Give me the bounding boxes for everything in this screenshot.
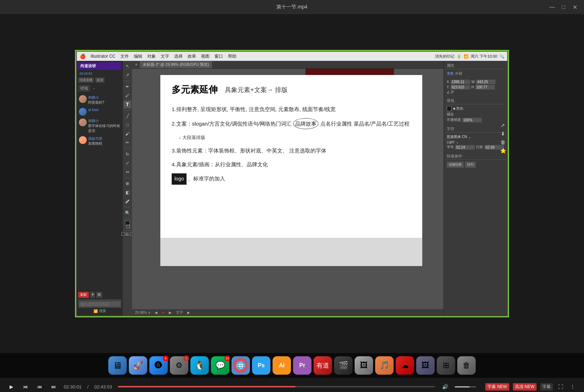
gradient-tool-icon[interactable]: ◧: [124, 189, 131, 196]
chat-input[interactable]: [79, 301, 120, 307]
file-menu[interactable]: 文件: [120, 53, 129, 59]
fullscreen-btn[interactable]: ⛶: [556, 382, 565, 391]
dock-preview[interactable]: 🖼: [416, 356, 435, 375]
dock-music[interactable]: 🎵: [375, 356, 394, 375]
pencil-tool-icon[interactable]: ✏: [124, 139, 131, 146]
gradient-mode-icon[interactable]: [126, 232, 129, 236]
progress-bar[interactable]: [118, 386, 435, 387]
zoom-level: 29.98% ∨: [135, 311, 150, 315]
dock-appstore[interactable]: 8 🅐: [149, 356, 168, 375]
help-menu[interactable]: 帮助: [228, 53, 236, 59]
normal-mode-icon[interactable]: [121, 232, 125, 236]
prev-button[interactable]: ⏮: [21, 382, 30, 391]
opacity-input[interactable]: [462, 118, 482, 122]
effect-menu[interactable]: 效果: [188, 53, 196, 59]
dock-finalcut[interactable]: 🎬: [334, 356, 353, 375]
width-tool-icon[interactable]: ⇔: [124, 168, 131, 176]
dock-youdao[interactable]: 有道: [314, 356, 332, 375]
dock-qq[interactable]: 🐧: [190, 356, 209, 375]
toolbar-divider-4: [124, 178, 131, 178]
paintbrush-tool-icon[interactable]: 🖌: [124, 130, 131, 138]
caption-btn[interactable]: 字幕: [540, 383, 553, 391]
w-input[interactable]: [476, 80, 496, 84]
dock-trash[interactable]: 🗑: [457, 356, 476, 375]
resolution-btn[interactable]: 高清 NEW: [513, 383, 537, 391]
text-menu[interactable]: 文字: [161, 53, 169, 59]
h-input[interactable]: [475, 85, 495, 90]
more-btn[interactable]: ⋮: [568, 382, 577, 391]
active-tab[interactable]: 未标题-2* @ 29.99% (RGB/GPU 预览): [140, 61, 212, 68]
font-size-input[interactable]: [455, 145, 475, 150]
y-input[interactable]: [451, 85, 470, 90]
transform-tab[interactable]: 变换: [447, 71, 454, 76]
type-tool-icon[interactable]: T: [124, 100, 131, 108]
share-icon[interactable]: ⇗: [501, 122, 505, 128]
subtitle-btn[interactable]: 字幕 NEW: [485, 383, 509, 391]
font-style-expand[interactable]: ⌄: [456, 140, 459, 144]
pen-tool-icon[interactable]: ✒: [124, 83, 131, 91]
minimize-button[interactable]: —: [549, 4, 556, 10]
dock-illustrator[interactable]: Ai: [273, 356, 291, 375]
canvas-area[interactable]: ✕ 未标题-2* @ 29.99% (RGB/GPU 预览) 一一烫 多元素延伸…: [132, 61, 443, 316]
h-label: H: [471, 85, 474, 89]
nav-next[interactable]: ▶: [169, 311, 172, 315]
dock-settings[interactable]: ! ⚙: [170, 356, 188, 375]
font-expand-icon[interactable]: ⌄: [468, 135, 471, 139]
download-icon[interactable]: ⬇: [501, 131, 505, 137]
edit-menu[interactable]: 编辑: [134, 53, 142, 59]
dock-wechat[interactable]: 33 💬: [211, 356, 229, 375]
chat-icon-1[interactable]: ■: [90, 292, 95, 298]
end-broadcast-btn[interactable]: 结束直播: [78, 77, 94, 83]
window-menu[interactable]: 窗口: [214, 53, 223, 59]
close-button[interactable]: ✕: [571, 4, 578, 11]
forward-button[interactable]: ⏭: [50, 382, 58, 391]
dock-netease[interactable]: ☁: [396, 356, 414, 375]
expand-icon[interactable]: ⌄: [92, 85, 96, 92]
add-outline-btn[interactable]: 创建轮廓: [447, 162, 464, 168]
dock-photoshop[interactable]: Ps: [252, 356, 270, 375]
select-menu[interactable]: 选择: [174, 53, 183, 59]
fill-color-indicator[interactable]: [447, 106, 452, 111]
rewind-button[interactable]: ⏮: [35, 382, 44, 391]
nav-prev[interactable]: ◀: [155, 311, 158, 315]
direct-select-tool-icon[interactable]: ↗: [124, 71, 131, 79]
refresh-btn[interactable]: 刷新: [78, 292, 89, 298]
close-tab-icon[interactable]: ✕: [135, 63, 138, 67]
discussion-tab[interactable]: 讨论: [78, 85, 90, 92]
zoom-tool-icon[interactable]: 🔍: [124, 209, 131, 217]
play-button[interactable]: ▶: [7, 382, 16, 391]
app-name-menu[interactable]: Illustrator CC: [91, 54, 115, 59]
search-icon[interactable]: 🔍: [499, 54, 504, 59]
dock-finder[interactable]: 🖥: [108, 356, 127, 375]
x-input[interactable]: [451, 80, 470, 84]
dock-premiere[interactable]: Pr: [293, 356, 311, 375]
arrange-btn[interactable]: 排列: [465, 162, 476, 168]
eyedropper-tool-icon[interactable]: 💉: [124, 197, 131, 205]
shape-builder-tool-icon[interactable]: ⊕: [124, 180, 131, 188]
curvature-tool-icon[interactable]: 🖊: [124, 92, 131, 99]
appearance-tab[interactable]: 外观: [455, 71, 462, 76]
wifi-icon: 📶: [464, 54, 469, 59]
volume-bar[interactable]: [455, 386, 476, 387]
select-tool-icon[interactable]: ↖: [124, 62, 131, 70]
music-icon: 🎵: [380, 361, 389, 370]
stroke-color-box[interactable]: [126, 225, 130, 228]
delete-icon[interactable]: 🗑: [500, 139, 505, 145]
dock-mosaic[interactable]: ⊞: [437, 356, 455, 375]
restore-button[interactable]: □: [560, 4, 567, 10]
nav-arrow[interactable]: ▶: [187, 311, 190, 315]
scale-tool-icon[interactable]: ⤢: [124, 159, 131, 167]
chat-icon-2[interactable]: ▦: [96, 292, 102, 298]
star-icon[interactable]: ⭐: [500, 148, 506, 154]
volume-icon[interactable]: 🔊: [441, 382, 449, 391]
launchpad-icon: 🚀: [133, 361, 143, 370]
quality-btn[interactable]: 超清: [95, 77, 104, 83]
dock-photos[interactable]: 🖼: [355, 356, 373, 375]
object-menu[interactable]: 对象: [147, 53, 156, 59]
view-menu[interactable]: 视图: [201, 53, 210, 59]
dock-launchpad[interactable]: 🚀: [129, 356, 147, 375]
rotate-tool-icon[interactable]: ↻: [124, 150, 131, 158]
line-segment-tool-icon[interactable]: ╱: [124, 112, 131, 120]
dock-chrome[interactable]: 🌐: [231, 356, 250, 375]
rectangle-tool-icon[interactable]: □: [124, 121, 131, 129]
